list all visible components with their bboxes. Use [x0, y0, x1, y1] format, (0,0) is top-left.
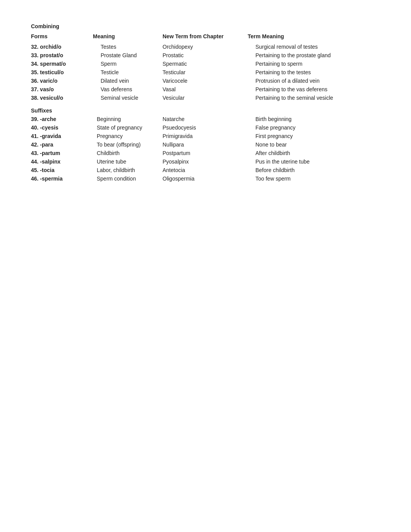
row-term-meaning: Too few sperm: [248, 174, 380, 183]
row-term-meaning: Pertaining to the vas deferens: [248, 85, 380, 94]
table-row: 32. orchid/o Testes Orchidopexy Surgical…: [31, 43, 380, 51]
row-number-form: 34. spermat/o: [31, 60, 93, 68]
row-new-term: Orchidopexy: [163, 43, 248, 51]
row-term-meaning: Before childbirth: [248, 166, 380, 174]
col-header-term-meaning: Term Meaning: [248, 32, 380, 43]
row-number-form: 38. vesicul/o: [31, 94, 93, 102]
row-meaning: Labor, childbirth: [93, 166, 163, 174]
row-new-term: Natarche: [163, 115, 248, 123]
table-row: 41. -gravida Pregnancy Primigravida Firs…: [31, 132, 380, 140]
row-new-term: Antetocia: [163, 166, 248, 174]
row-meaning: State of pregnancy: [93, 123, 163, 132]
row-term-meaning: Pertaining to the seminal vesicle: [248, 94, 380, 102]
row-meaning: Seminal vesicle: [93, 94, 163, 102]
table-row: 37. vas/o Vas deferens Vasal Pertaining …: [31, 85, 380, 94]
table-row: 45. -tocia Labor, childbirth Antetocia B…: [31, 166, 380, 174]
section-title: Combining: [31, 23, 380, 29]
row-meaning: Vas deferens: [93, 85, 163, 94]
col-header-meaning: Meaning: [93, 32, 163, 43]
row-meaning: Testicle: [93, 68, 163, 77]
row-term-meaning: False pregnancy: [248, 123, 380, 132]
row-term-meaning: Birth beginning: [248, 115, 380, 123]
row-number-form: 44. -salpinx: [31, 157, 93, 166]
row-new-term: Oligospermia: [163, 174, 248, 183]
row-new-term: Varicocele: [163, 77, 248, 85]
table-row: 33. prostat/o Prostate Gland Prostatic P…: [31, 51, 380, 60]
row-number-form: 46. -spermia: [31, 174, 93, 183]
row-new-term: Spermatic: [163, 60, 248, 68]
table-row: 44. -salpinx Uterine tube Pyosalpinx Pus…: [31, 157, 380, 166]
row-new-term: Vasal: [163, 85, 248, 94]
row-term-meaning: After childbirth: [248, 149, 380, 157]
row-new-term: Primigravida: [163, 132, 248, 140]
table-row: 34. spermat/o Sperm Spermatic Pertaining…: [31, 60, 380, 68]
row-meaning: Childbirth: [93, 149, 163, 157]
row-term-meaning: Pertaining to sperm: [248, 60, 380, 68]
row-new-term: Nullipara: [163, 140, 248, 149]
row-number-form: 43. -partum: [31, 149, 93, 157]
row-new-term: Prostatic: [163, 51, 248, 60]
table-row: 46. -spermia Sperm condition Oligospermi…: [31, 174, 380, 183]
row-number-form: 37. vas/o: [31, 85, 93, 94]
row-term-meaning: First pregnancy: [248, 132, 380, 140]
col-header-new-term: New Term from Chapter: [163, 32, 248, 43]
suffixes-label: Suffixes: [31, 102, 380, 115]
row-term-meaning: Pertaining to the prostate gland: [248, 51, 380, 60]
row-number-form: 40. -cyesis: [31, 123, 93, 132]
row-number-form: 42. -para: [31, 140, 93, 149]
row-meaning: Pregnancy: [93, 132, 163, 140]
row-new-term: Pyosalpinx: [163, 157, 248, 166]
row-new-term: Vesicular: [163, 94, 248, 102]
row-term-meaning: Pertaining to the testes: [248, 68, 380, 77]
row-meaning: Sperm: [93, 60, 163, 68]
row-term-meaning: Surgical removal of testes: [248, 43, 380, 51]
row-term-meaning: Protrusion of a dilated vein: [248, 77, 380, 85]
row-number-form: 39. -arche: [31, 115, 93, 123]
table-row: 38. vesicul/o Seminal vesicle Vesicular …: [31, 94, 380, 102]
table-row: 43. -partum Childbirth Postpartum After …: [31, 149, 380, 157]
row-new-term: Psuedocyesis: [163, 123, 248, 132]
row-meaning: Prostate Gland: [93, 51, 163, 60]
row-meaning: To bear (offspring): [93, 140, 163, 149]
row-meaning: Beginning: [93, 115, 163, 123]
table-row: 36. varic/o Dilated vein Varicocele Prot…: [31, 77, 380, 85]
table-row: 35. testicul/o Testicle Testicular Perta…: [31, 68, 380, 77]
row-meaning: Sperm condition: [93, 174, 163, 183]
row-number-form: 36. varic/o: [31, 77, 93, 85]
row-number-form: 45. -tocia: [31, 166, 93, 174]
row-meaning: Testes: [93, 43, 163, 51]
row-new-term: Testicular: [163, 68, 248, 77]
table-row: 39. -arche Beginning Natarche Birth begi…: [31, 115, 380, 123]
row-number-form: 41. -gravida: [31, 132, 93, 140]
row-term-meaning: Pus in the uterine tube: [248, 157, 380, 166]
col-header-forms: Forms: [31, 32, 93, 43]
table-row: 40. -cyesis State of pregnancy Psuedocye…: [31, 123, 380, 132]
table-row: 42. -para To bear (offspring) Nullipara …: [31, 140, 380, 149]
suffixes-label-row: Suffixes: [31, 102, 380, 115]
row-number-form: 33. prostat/o: [31, 51, 93, 60]
row-number-form: 32. orchid/o: [31, 43, 93, 51]
row-meaning: Dilated vein: [93, 77, 163, 85]
row-new-term: Postpartum: [163, 149, 248, 157]
row-meaning: Uterine tube: [93, 157, 163, 166]
row-term-meaning: None to bear: [248, 140, 380, 149]
row-number-form: 35. testicul/o: [31, 68, 93, 77]
